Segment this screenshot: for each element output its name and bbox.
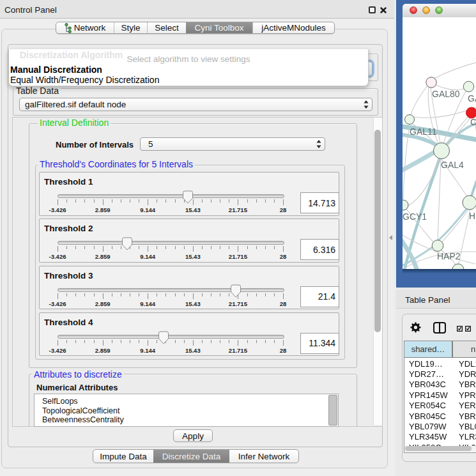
svg-text:C: C xyxy=(470,117,476,127)
svg-text:GAL11: GAL11 xyxy=(410,127,437,137)
svg-text:GCY1: GCY1 xyxy=(403,211,427,222)
svg-text:H: H xyxy=(469,211,475,221)
svg-text:GAL4: GAL4 xyxy=(441,160,464,170)
svg-text:HAP2: HAP2 xyxy=(437,251,461,261)
svg-text:GAL80: GAL80 xyxy=(432,89,460,99)
svg-text:GA: GA xyxy=(468,93,476,104)
